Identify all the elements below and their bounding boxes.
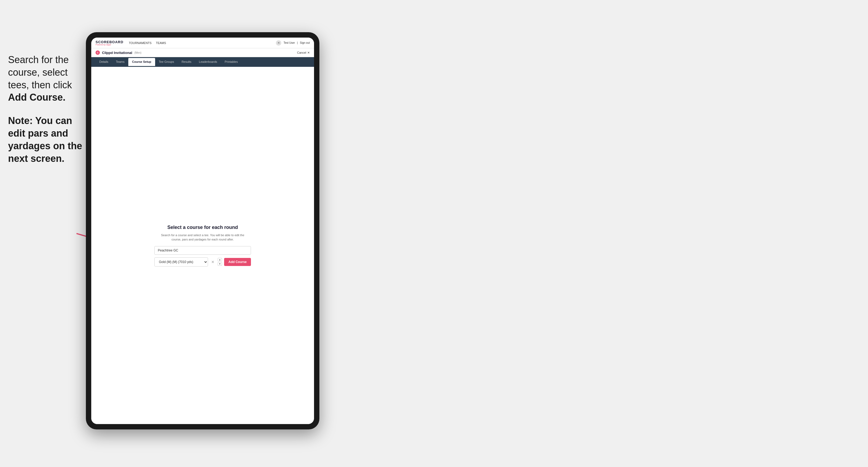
brand-title: SCOREBOARD (96, 40, 123, 44)
tab-leaderboards[interactable]: Leaderboards (195, 58, 221, 66)
tab-printables[interactable]: Printables (221, 58, 242, 66)
instructions-panel: Search for the course, select tees, then… (8, 54, 83, 176)
add-course-button[interactable]: Add Course (224, 258, 251, 266)
tournament-header: C Clippd Invitational (Men) Cancel ✕ (91, 48, 314, 57)
tab-teams[interactable]: Teams (112, 58, 128, 66)
card-desc-line1: Search for a course and select a tee. Yo… (161, 234, 244, 237)
course-select-card: Select a course for each round Search fo… (154, 225, 251, 267)
nav-teams[interactable]: TEAMS (156, 41, 166, 44)
separator: | (297, 41, 298, 44)
note-line1: Note: You can (8, 115, 72, 126)
tee-up-button[interactable]: ▲ (218, 258, 222, 261)
tablet-screen: SCOREBOARD Powered by clippd TOURNAMENTS… (91, 38, 314, 424)
note-line4: next screen. (8, 153, 64, 164)
card-desc-line2: course, pars and yardages for each round… (172, 238, 234, 241)
navbar: SCOREBOARD Powered by clippd TOURNAMENTS… (91, 38, 314, 48)
tee-stepper: ▲ ▼ (218, 258, 222, 266)
tournament-icon: C (96, 51, 100, 55)
tee-clear-button[interactable]: ✕ (210, 260, 216, 264)
tab-details[interactable]: Details (96, 58, 112, 66)
main-content: Select a course for each round Search fo… (91, 67, 314, 424)
cancel-label: Cancel (297, 51, 306, 54)
avatar: R (276, 40, 281, 45)
tournament-title-area: C Clippd Invitational (Men) (96, 51, 142, 55)
nav-tournaments[interactable]: TOURNAMENTS (129, 41, 152, 44)
tab-bar: Details Teams Course Setup Tee Groups Re… (91, 57, 314, 67)
user-name: Test User (283, 41, 295, 44)
navbar-left: SCOREBOARD Powered by clippd TOURNAMENTS… (96, 40, 166, 45)
tournament-name: Clippd Invitational (102, 51, 132, 55)
brand: SCOREBOARD Powered by clippd (96, 40, 123, 45)
tee-select-row: Gold (M) (M) (7010 yds) ✕ ▲ ▼ Add Course (154, 257, 251, 267)
note-line3: yardages on the (8, 141, 82, 151)
tab-results[interactable]: Results (178, 58, 195, 66)
tee-select[interactable]: Gold (M) (M) (7010 yds) (154, 257, 208, 267)
instruction-line4: Add Course. (8, 92, 65, 103)
card-title: Select a course for each round (154, 225, 251, 230)
cancel-icon: ✕ (307, 51, 310, 55)
tab-course-setup[interactable]: Course Setup (128, 58, 155, 66)
instruction-line2: course, select (8, 67, 68, 78)
tablet-device: SCOREBOARD Powered by clippd TOURNAMENTS… (86, 32, 319, 429)
cancel-button[interactable]: Cancel ✕ (297, 51, 310, 55)
instruction-line3: tees, then click (8, 80, 72, 90)
card-description: Search for a course and select a tee. Yo… (154, 233, 251, 242)
course-search-input[interactable] (154, 246, 251, 255)
tournament-badge: (Men) (134, 51, 142, 54)
navbar-right: R Test User | Sign out (276, 40, 310, 45)
instruction-line1: Search for the (8, 54, 69, 65)
nav-links: TOURNAMENTS TEAMS (129, 41, 166, 44)
note-line2: edit pars and (8, 128, 68, 139)
tab-tee-groups[interactable]: Tee Groups (155, 58, 178, 66)
signout-link[interactable]: Sign out (300, 41, 310, 44)
tee-down-button[interactable]: ▼ (218, 262, 222, 266)
brand-subtitle: Powered by clippd (96, 44, 123, 45)
